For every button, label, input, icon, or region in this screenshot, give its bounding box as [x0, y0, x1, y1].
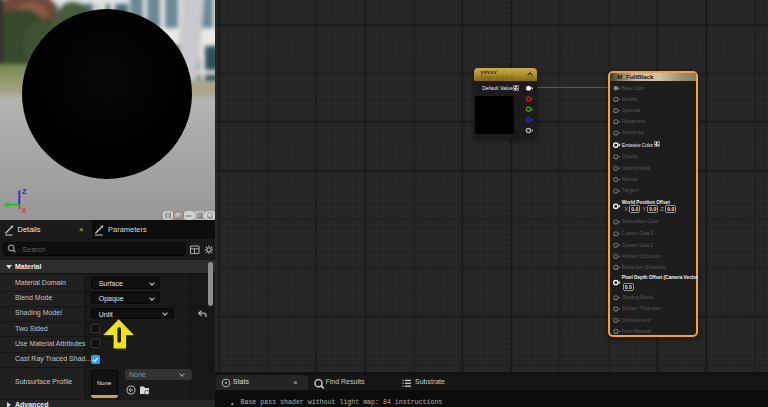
svg-text:Z: Z [22, 187, 27, 196]
svg-text:X: X [22, 206, 27, 215]
